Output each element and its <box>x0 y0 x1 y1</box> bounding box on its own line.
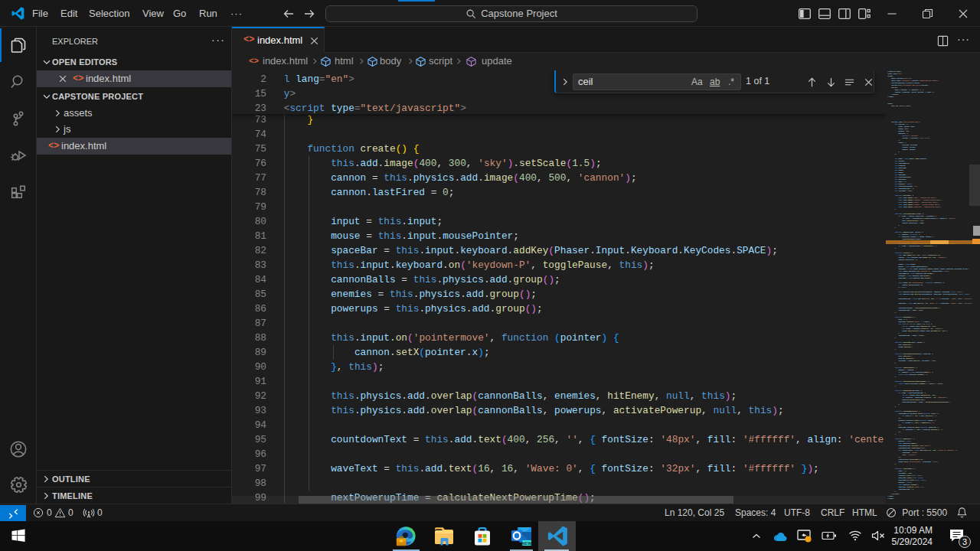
svg-text:NEW: NEW <box>521 540 532 545</box>
